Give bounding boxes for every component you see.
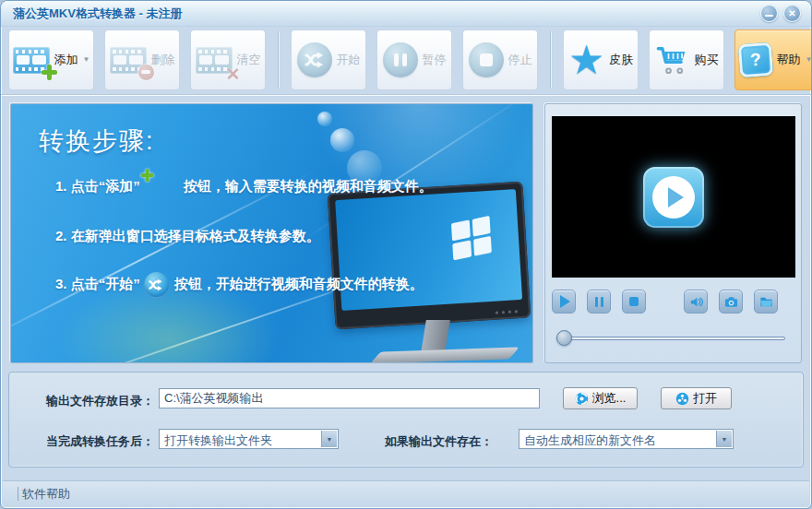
toolbar: 添加 ▼ 删除 ✕ [1,27,811,95]
step-1: 1. 点击“添加” 按钮，输入需要转换的视频和音频文件。 [55,174,433,198]
file-exists-value: 自动生成相应的新文件名 [524,432,712,449]
seek-track[interactable] [556,337,785,340]
skin-button-label: 皮肤 [609,52,633,68]
aperture-icon [575,392,589,406]
light-streak [301,103,534,243]
video-preview[interactable] [552,116,795,278]
camera-icon [724,295,738,309]
play-overlay-icon[interactable] [643,167,704,228]
start-shuffle-icon [144,272,169,297]
chevron-down-icon: ▼ [83,56,90,64]
folder-icon [759,295,773,309]
monitor-base [370,347,519,363]
add-button[interactable]: 添加 ▼ [8,30,94,90]
open-button-label: 打开 [693,390,717,407]
steps-heading: 转换步骤: [39,124,155,158]
monitor-stand [421,320,450,353]
main-area: 转换步骤: 1. 点击“添加” 按钮，输入需要转换的视频和音频文件。 2. 在新… [1,95,811,363]
open-button[interactable]: 打开 [661,387,732,409]
toolbar-separator [550,31,551,89]
delete-button: 删除 [104,30,180,90]
play-icon [560,295,570,308]
browse-button-label: 浏览... [592,390,627,407]
stop-circle-icon [469,42,504,77]
volume-button[interactable] [684,290,708,314]
minimize-button[interactable] [760,5,778,22]
toolbar-separator [278,31,279,89]
output-dir-label: 输出文件存放目录： [46,393,154,409]
stop-button: 停止 [462,30,538,90]
pause-button: 暂停 [376,30,452,90]
help-cube-icon: ? [739,43,772,77]
help-button-label: 帮助 [777,52,801,68]
stop-icon [629,297,639,306]
output-settings-panel: 输出文件存放目录： 浏览... 打开 [8,372,804,468]
pause-icon [595,297,604,307]
delete-button-label: 删除 [151,52,175,68]
skin-button[interactable]: ★ 皮肤 [563,30,639,90]
stop-button-label: 停止 [508,52,532,68]
chevron-down-icon: ▼ [806,56,812,64]
start-shuffle-icon [297,42,332,77]
status-separator [18,487,18,501]
player-pause-button[interactable] [587,290,611,314]
monitor-screen [328,182,531,330]
status-bar: 软件帮助 [3,480,809,506]
monitor-buttons [496,310,518,314]
speaker-icon [689,295,703,309]
x-badge-icon: ✕ [226,65,241,83]
window-controls: ✕ [760,5,801,22]
status-text: 软件帮助 [22,486,70,503]
file-exists-label: 如果输出文件存在： [385,433,493,450]
bubble-decoration [317,112,332,126]
open-folder-button[interactable] [754,290,778,314]
star-icon: ★ [568,41,604,78]
player-play-button[interactable] [552,290,576,314]
after-task-select[interactable]: 打开转换输出文件夹 ▼ [159,429,339,449]
chevron-down-icon: ▼ [327,436,333,443]
start-button: 开始 [291,30,366,90]
after-task-label: 当完成转换任务后： [46,433,154,450]
after-task-value: 打开转换输出文件夹 [164,432,317,449]
file-exists-select[interactable]: 自动生成相应的新文件名 ▼ [519,429,734,449]
film-add-icon [13,47,50,74]
help-button[interactable]: ? 帮助 ▼ [734,30,812,90]
film-clear-icon: ✕ [196,47,233,74]
buy-button[interactable]: 购买 [649,30,724,90]
dropdown-button[interactable]: ▼ [716,431,732,447]
film-add-icon [148,176,173,195]
player-stop-button[interactable] [622,290,646,314]
dropdown-button[interactable]: ▼ [321,431,337,447]
seek-bar [556,330,785,347]
conversion-steps-panel: 转换步骤: 1. 点击“添加” 按钮，输入需要转换的视频和音频文件。 2. 在新… [10,103,533,363]
pause-circle-icon [383,42,418,77]
film-remove-icon [110,47,147,74]
clear-button: ✕ 清空 [190,30,266,90]
buy-button-label: 购买 [695,52,719,68]
windows-logo-icon [451,216,492,260]
add-button-label: 添加 [54,52,78,68]
title-bar[interactable]: 蒲公英MKV格式转换器 - 未注册 ✕ [1,1,811,27]
start-button-label: 开始 [337,52,361,68]
minus-badge-icon [138,65,154,80]
close-button[interactable]: ✕ [783,5,801,22]
film-reel-icon [675,392,689,406]
plus-badge-icon [42,65,57,80]
step-2: 2. 在新弹出窗口选择目标格式及转换参数。 [55,228,320,245]
cart-icon [655,43,690,77]
preview-panel [544,103,802,363]
chevron-down-icon: ▼ [722,436,728,443]
browse-button[interactable]: 浏览... [563,387,638,409]
bubble-decoration [330,128,354,152]
player-controls [552,290,778,314]
step-3: 3. 点击“开始” 按钮，开始进行视频和音频文件的转换。 [55,272,424,297]
pause-button-label: 暂停 [423,52,447,68]
app-window: 蒲公英MKV格式转换器 - 未注册 ✕ 添加 ▼ [0,0,812,509]
minimize-icon [765,15,773,18]
close-icon: ✕ [788,9,795,18]
output-dir-input[interactable] [159,388,540,408]
snapshot-button[interactable] [719,290,743,314]
seek-thumb[interactable] [556,330,572,346]
window-title: 蒲公英MKV格式转换器 - 未注册 [13,6,182,22]
